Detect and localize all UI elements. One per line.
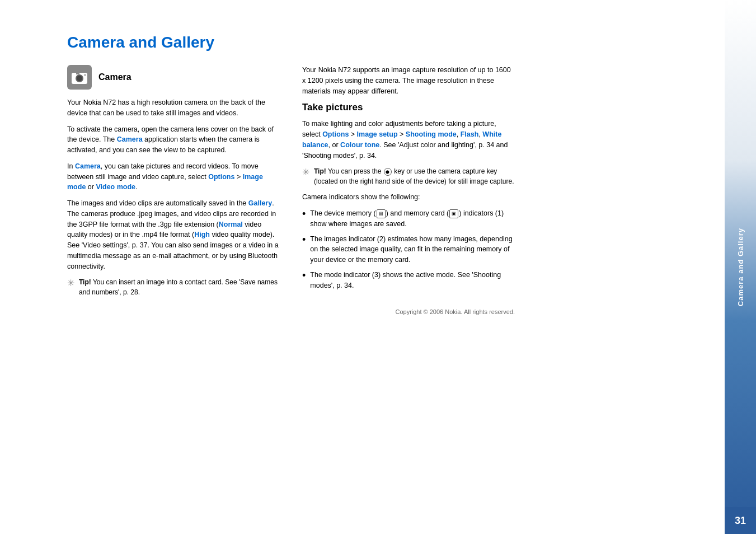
gallery-link[interactable]: Gallery (248, 199, 272, 207)
right-tip-text: Tip! You can press the ⬤ key or use the … (314, 166, 515, 186)
page-number-box: 31 (725, 507, 756, 534)
bullet-item-2: • The images indicator (2) estimates how… (302, 234, 515, 265)
camera-svg (71, 68, 88, 86)
high-link[interactable]: High (194, 231, 210, 238)
left-tip-label: Tip! (79, 278, 91, 286)
left-tip-box: ✳ Tip! You can insert an image into a co… (67, 277, 280, 297)
colour-tone-link[interactable]: Colour tone (340, 141, 379, 149)
bullet-text-1: The device memory (▤) and memory card (▣… (310, 208, 515, 229)
left-para-1: Your Nokia N72 has a high resolution cam… (67, 97, 280, 119)
flash-link[interactable]: Flash (461, 130, 479, 138)
right-subsection-intro: To make lighting and color adjustments b… (302, 119, 515, 161)
right-tip-before: You can press the (328, 167, 382, 175)
tip-icon-left: ✳ (67, 278, 74, 297)
sidebar: Camera and Gallery 31 (725, 0, 756, 534)
tip-icon-right: ✳ (302, 167, 309, 186)
page-title: Camera and Gallery (67, 34, 702, 51)
bullet-dot-3: • (302, 270, 306, 291)
left-para-4: The images and video clips are automatic… (67, 198, 280, 271)
sidebar-label: Camera and Gallery (736, 228, 745, 306)
options-link-1[interactable]: Options (208, 173, 234, 181)
image-setup-link[interactable]: Image setup (357, 130, 398, 138)
left-para-2: To activate the camera, open the camera … (67, 124, 280, 156)
bullet-list: • The device memory (▤) and memory card … (302, 208, 515, 291)
memory-card-icon: ▣ (449, 209, 458, 218)
bullet-text-2: The images indicator (2) estimates how m… (310, 234, 515, 265)
subsection-title: Take pictures (302, 102, 515, 113)
circle-btn-icon: ⬤ (384, 168, 392, 176)
camera-icon (67, 65, 92, 90)
right-tip-box: ✳ Tip! You can press the ⬤ key or use th… (302, 166, 515, 186)
right-tip-label: Tip! (314, 167, 326, 175)
indicators-intro: Camera indicators show the following: (302, 192, 515, 203)
bullet-item-1: • The device memory (▤) and memory card … (302, 208, 515, 229)
page-container: Camera and Gallery (0, 0, 756, 534)
two-column-layout: Camera Your Nokia N72 has a high resolut… (67, 65, 702, 512)
left-column: Camera Your Nokia N72 has a high resolut… (67, 65, 280, 512)
page-number: 31 (735, 515, 746, 527)
device-memory-icon: ▤ (377, 209, 386, 218)
left-tip-content: You can insert an image into a contact c… (79, 278, 278, 296)
bullet-text-3: The mode indicator (3) shows the active … (310, 270, 515, 291)
bullet-item-3: • The mode indicator (3) shows the activ… (302, 270, 515, 291)
copyright-text: Copyright © 2006 Nokia. All rights reser… (302, 296, 515, 317)
main-wrapper: Camera and Gallery (67, 34, 702, 512)
video-mode-link[interactable]: Video mode (96, 183, 135, 191)
section-heading: Camera (67, 65, 280, 90)
right-column: Your Nokia N72 supports an image capture… (302, 65, 515, 512)
right-intro: Your Nokia N72 supports an image capture… (302, 65, 515, 96)
bullet-dot-1: • (302, 208, 306, 229)
bullet-dot-2: • (302, 234, 306, 265)
svg-rect-3 (76, 73, 79, 74)
svg-point-2 (77, 76, 82, 81)
camera-link-2[interactable]: Camera (75, 162, 101, 170)
left-tip-text: Tip! You can insert an image into a cont… (79, 277, 280, 297)
normal-link[interactable]: Normal (219, 221, 243, 228)
main-content: Camera and Gallery (0, 0, 725, 534)
shooting-mode-link[interactable]: Shooting mode (406, 130, 457, 138)
left-section-title: Camera (98, 72, 132, 82)
svg-point-4 (84, 74, 86, 76)
camera-link-1[interactable]: Camera (117, 135, 143, 143)
left-para-3: In Camera, you can take pictures and rec… (67, 161, 280, 193)
options-link-2[interactable]: Options (322, 130, 349, 138)
